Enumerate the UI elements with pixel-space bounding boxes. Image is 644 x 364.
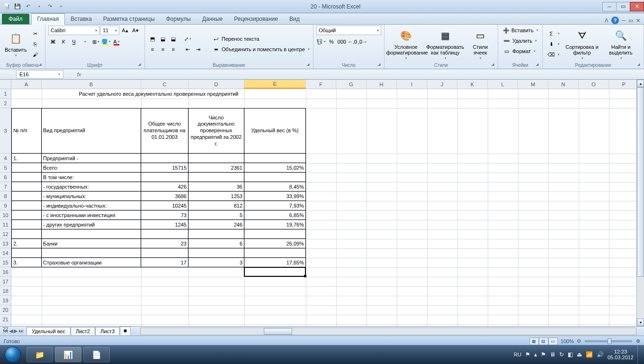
start-button[interactable] (0, 345, 26, 364)
cell-D9[interactable]: 812 (188, 201, 244, 210)
cell-E4[interactable] (244, 154, 306, 163)
help-icon[interactable]: ? (611, 17, 619, 24)
row-header-16[interactable]: 16 (0, 267, 11, 277)
tray-arrow-icon[interactable]: ▴ (534, 351, 537, 358)
cell-A11[interactable] (11, 220, 42, 229)
sort-filter-button[interactable]: ᗊСортировка и фильтр▾ (564, 27, 600, 61)
cell-B13[interactable]: Банки (42, 239, 141, 248)
col-header-M[interactable]: M (518, 80, 548, 89)
inc-indent-icon[interactable]: ⇥ (193, 45, 203, 54)
fx-icon[interactable]: fx (75, 72, 83, 77)
tray-sync-icon[interactable]: ↻ (559, 351, 564, 358)
cell-E6[interactable] (244, 173, 306, 182)
fill-button[interactable]: ⬇▾ (546, 39, 562, 49)
currency-icon[interactable]: 💱▾ (316, 37, 326, 46)
dec-decimal-icon[interactable]: ,0→ (358, 37, 367, 46)
zoom-slider[interactable] (585, 340, 632, 342)
cell-B10[interactable]: - с иностранными инвестиция (42, 210, 141, 220)
row-header-17[interactable]: 17 (0, 277, 11, 286)
col-header-B[interactable]: B (42, 80, 141, 89)
cell-B3[interactable]: Вид предприятий (42, 108, 141, 154)
align-center-icon[interactable]: ≡ (158, 45, 168, 54)
cell-D13[interactable]: 6 (188, 239, 244, 248)
shrink-font-icon[interactable]: A▾ (131, 26, 140, 35)
zoom-in-icon[interactable]: ⊕ (636, 338, 640, 344)
horizontal-scrollbar[interactable] (140, 328, 636, 335)
row-header-2[interactable]: 2 (0, 99, 11, 108)
cell-A7[interactable] (11, 182, 42, 191)
cell-D5[interactable]: 2361 (188, 163, 244, 173)
cell-A15[interactable]: 3. (11, 258, 42, 267)
tab-review[interactable]: Рецензирование (228, 14, 284, 24)
cell-A5[interactable] (11, 163, 42, 173)
col-header-P[interactable]: P (609, 80, 639, 89)
cell-D10[interactable]: 5 (188, 210, 244, 220)
row-header-19[interactable]: 19 (0, 296, 11, 305)
tab-formulas[interactable]: Формулы (161, 14, 197, 24)
cell-A13[interactable]: 2. (11, 239, 42, 248)
taskbar-word-icon[interactable]: 📄 (83, 347, 110, 362)
font-size-combo[interactable]: 11▾ (100, 26, 119, 35)
cell-A14[interactable] (11, 248, 42, 258)
bold-button[interactable]: Ж (48, 37, 58, 46)
cell-A10[interactable] (11, 210, 42, 220)
cell-styles-button[interactable]: ▭Стили ячеек▾ (466, 27, 495, 61)
row-header-12[interactable]: 12 (0, 229, 11, 239)
cell-A3[interactable]: № п/п (11, 108, 42, 154)
cell-E13[interactable]: 26,09% (244, 239, 306, 248)
cell-B15[interactable]: Страховые организации (42, 258, 141, 267)
conditional-format-button[interactable]: 🎨Условное форматирование▾ (387, 27, 425, 61)
cell-C4[interactable] (141, 154, 188, 163)
sheet-tab-3[interactable]: Лист3 (95, 327, 120, 335)
row-header-8[interactable]: 8 (0, 191, 11, 201)
find-select-button[interactable]: 🔍Найти и выделить▾ (602, 27, 639, 61)
cell-E11[interactable]: 19,76% (244, 220, 306, 229)
cell-B8[interactable]: - муниципальных: (42, 191, 141, 201)
grow-font-icon[interactable]: A▴ (120, 26, 130, 35)
hscroll-thumb[interactable] (264, 328, 292, 335)
align-middle-icon[interactable]: ⬓ (158, 34, 168, 44)
scroll-down-icon[interactable]: ▾ (637, 318, 644, 326)
merge-center-button[interactable]: ⬌Объединить и поместить в центре▾ (210, 45, 312, 54)
cell-D4[interactable] (188, 154, 244, 163)
tab-nav-next-icon[interactable]: ▶ (14, 328, 18, 334)
cell-D8[interactable]: 1253 (188, 191, 244, 201)
cell-A12[interactable] (11, 229, 42, 239)
cell-E10[interactable]: 6,85% (244, 210, 306, 220)
row-header-21[interactable]: 21 (0, 315, 11, 324)
row-header-7[interactable]: 7 (0, 182, 11, 191)
format-table-button[interactable]: ▦Форматировать как таблицу▾ (427, 27, 464, 61)
col-header-D[interactable]: D (188, 80, 244, 89)
cell-B5[interactable]: Всего: (42, 163, 141, 173)
cut-icon[interactable]: ✂ (31, 29, 40, 38)
cell-B9[interactable]: - индивидуально-частных: (42, 201, 141, 210)
undo-icon[interactable]: ↶ (24, 2, 32, 11)
col-header-H[interactable]: H (367, 80, 397, 89)
formula-bar[interactable] (85, 70, 635, 79)
cell-E8[interactable]: 33,99% (244, 191, 306, 201)
select-all-button[interactable] (0, 80, 11, 89)
cell-C15[interactable]: 17 (141, 258, 188, 267)
cell-C13[interactable]: 23 (141, 239, 188, 248)
wb-close-icon[interactable]: ✕ (636, 18, 640, 24)
tray-clock[interactable]: 12:23 05.03.2012 (608, 349, 634, 360)
cell-C14[interactable] (141, 248, 188, 258)
italic-button[interactable]: К (59, 37, 68, 46)
format-painter-icon[interactable]: 🖌 (31, 50, 40, 59)
borders-icon[interactable]: ⊞▾ (91, 37, 100, 46)
tab-view[interactable]: Вид (284, 14, 305, 24)
percent-icon[interactable]: % (327, 37, 336, 46)
cell-B7[interactable]: - государственных: (42, 182, 141, 191)
cell-E15[interactable]: 17,65% (244, 258, 306, 267)
wb-restore-icon[interactable]: ▭ (628, 18, 633, 24)
zoom-out-icon[interactable]: ⊖ (577, 338, 581, 344)
align-right-icon[interactable]: ≡ (169, 45, 178, 54)
tray-lang[interactable]: RU (514, 352, 521, 357)
cell-B11[interactable]: - других предприятий (42, 220, 141, 229)
cell-A8[interactable] (11, 191, 42, 201)
cell-C9[interactable]: 10245 (141, 201, 188, 210)
cell-D12[interactable] (188, 229, 244, 239)
cell-A1[interactable]: Расчет удельного веса документально пров… (11, 89, 306, 99)
align-bottom-icon[interactable]: ⬓ (169, 34, 178, 44)
save-icon[interactable]: 💾 (13, 2, 22, 11)
